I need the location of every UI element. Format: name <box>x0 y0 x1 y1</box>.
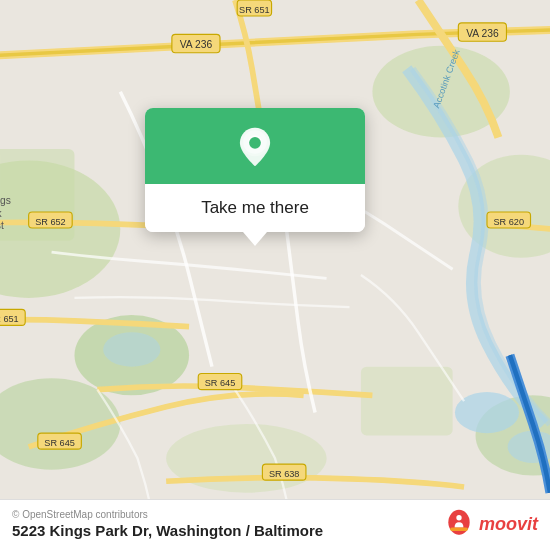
location-pin-icon <box>234 126 276 168</box>
take-me-there-button[interactable]: Take me there <box>145 184 365 232</box>
bottom-bar: © OpenStreetMap contributors 5223 Kings … <box>0 499 550 550</box>
svg-text:SR 638: SR 638 <box>269 469 300 479</box>
moovit-logo: moovit <box>443 508 538 540</box>
svg-point-46 <box>456 515 461 520</box>
popup-header <box>145 108 365 184</box>
popup-card: Take me there <box>145 108 365 232</box>
svg-point-10 <box>455 392 519 433</box>
svg-text:VA 236: VA 236 <box>180 39 213 50</box>
moovit-label: moovit <box>479 514 538 535</box>
bottom-left: © OpenStreetMap contributors 5223 Kings … <box>12 509 323 539</box>
svg-text:SR 651: SR 651 <box>0 314 19 324</box>
svg-rect-7 <box>361 367 453 436</box>
svg-text:West: West <box>0 220 4 231</box>
map-container: VA 236 620 VA 236 649 SR 651 SR 652 SR 6… <box>0 0 550 550</box>
svg-text:SR 620: SR 620 <box>493 217 524 227</box>
copyright-text: © OpenStreetMap contributors <box>12 509 323 520</box>
svg-rect-47 <box>450 528 468 532</box>
svg-point-44 <box>249 137 261 149</box>
moovit-icon <box>443 508 475 540</box>
popup-triangle <box>243 232 267 246</box>
svg-text:SR 652: SR 652 <box>35 217 66 227</box>
svg-text:SR 645: SR 645 <box>205 378 236 388</box>
svg-text:SR 645: SR 645 <box>44 438 75 448</box>
svg-text:Kings: Kings <box>0 195 11 206</box>
svg-text:VA 236: VA 236 <box>466 28 499 39</box>
address-text: 5223 Kings Park Dr, Washington / Baltimo… <box>12 522 323 539</box>
svg-text:SR 651: SR 651 <box>239 5 270 15</box>
svg-point-12 <box>103 332 160 366</box>
